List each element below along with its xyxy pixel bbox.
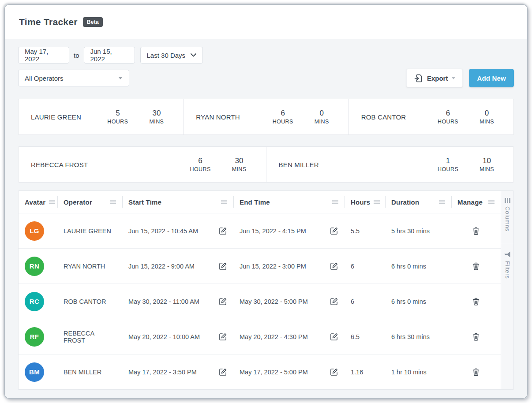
- edit-start-time-button[interactable]: [219, 368, 227, 376]
- end-time-value: May 17, 2022 - 5:00 PM: [240, 369, 308, 376]
- avatar: BM: [25, 362, 44, 382]
- filter-funnel-icon: [504, 251, 510, 257]
- operator-selected-value: All Operators: [25, 75, 64, 82]
- summary-hours: 1HOURS: [438, 157, 458, 172]
- hours-cell: 6.5: [345, 333, 385, 340]
- start-time-value: May 30, 2022 - 11:00 AM: [128, 298, 199, 305]
- end-date-input[interactable]: Jun 15, 2022: [84, 47, 135, 63]
- summary-operator-name: RYAN NORTH: [196, 113, 251, 121]
- summary-card: ROB CANTOR 6HOURS 0MINS: [348, 99, 513, 134]
- column-menu-icon[interactable]: [49, 200, 55, 204]
- export-caret-icon: [452, 77, 455, 79]
- edit-start-time-button[interactable]: [219, 262, 227, 270]
- avatar-cell: RC: [19, 292, 57, 311]
- delete-row-button[interactable]: [472, 227, 480, 235]
- edit-end-time-button[interactable]: [330, 297, 338, 306]
- edit-icon: [330, 297, 338, 306]
- column-header-hours: Hours: [345, 191, 385, 213]
- end-time-value: May 20, 2022 - 4:30 PM: [240, 333, 308, 340]
- edit-end-time-button[interactable]: [330, 332, 338, 341]
- table-row: BM BEN MILLER May 17, 2022 - 3:50 PM May…: [19, 354, 501, 389]
- edit-icon: [330, 332, 338, 341]
- summary-cards-row-1: LAURIE GREEN 5HOURS 30MINS RYAN NORTH 6H…: [18, 99, 514, 135]
- manage-cell: [451, 368, 501, 376]
- edit-start-time-button[interactable]: [219, 332, 227, 341]
- top-bar: Time Tracker Beta: [5, 5, 527, 39]
- summary-mins-value: 30: [232, 157, 247, 165]
- avatar-cell: LG: [19, 221, 57, 241]
- edit-icon: [219, 332, 227, 341]
- avatar-cell: BM: [19, 362, 57, 382]
- summary-hours: 5HOURS: [107, 109, 128, 125]
- delete-row-button[interactable]: [472, 333, 480, 341]
- edit-icon: [330, 262, 338, 270]
- edit-icon: [219, 227, 227, 235]
- summary-operator-name: ROB CANTOR: [361, 113, 416, 121]
- edit-icon: [219, 262, 227, 270]
- trash-icon: [472, 298, 480, 306]
- edit-end-time-button[interactable]: [330, 227, 338, 235]
- edit-end-time-button[interactable]: [330, 262, 338, 270]
- manage-cell: [451, 262, 501, 270]
- start-time-cell: Jun 15, 2022 - 9:00 AM: [122, 262, 233, 270]
- summary-operator-name: LAURIE GREEN: [31, 113, 86, 121]
- delete-row-button[interactable]: [472, 262, 480, 270]
- export-label: Export: [427, 75, 448, 82]
- tab-filters[interactable]: Filters: [501, 244, 513, 287]
- column-menu-icon[interactable]: [110, 200, 116, 204]
- start-time-value: May 17, 2022 - 3:50 PM: [128, 369, 197, 376]
- start-time-cell: May 17, 2022 - 3:50 PM: [122, 368, 233, 376]
- export-button[interactable]: Export: [406, 69, 463, 87]
- start-time-cell: May 30, 2022 - 11:00 AM: [122, 297, 233, 306]
- operator-cell: ROB CANTOR: [57, 298, 122, 305]
- column-header-label: End Time: [240, 198, 270, 206]
- table-header-row: Avatar Operator Start Time End Time: [19, 191, 501, 213]
- column-menu-icon[interactable]: [374, 200, 380, 204]
- column-menu-icon[interactable]: [488, 200, 495, 204]
- trash-icon: [472, 262, 480, 270]
- delete-row-button[interactable]: [472, 368, 480, 376]
- start-time-value: Jun 15, 2022 - 10:45 AM: [128, 228, 198, 235]
- column-header-start-time: Start Time: [122, 191, 233, 213]
- manage-cell: [451, 298, 501, 306]
- chevron-down-icon: [191, 53, 196, 57]
- column-menu-icon[interactable]: [332, 200, 338, 204]
- edit-start-time-button[interactable]: [219, 227, 227, 235]
- time-entries-grid-wrap: Avatar Operator Start Time End Time: [18, 190, 514, 390]
- summary-mins-value: 0: [315, 109, 329, 118]
- column-menu-icon[interactable]: [221, 200, 227, 204]
- start-time-cell: May 20, 2022 - 10:00 AM: [122, 332, 233, 341]
- edit-end-time-button[interactable]: [330, 368, 338, 376]
- summary-cards-row-2: REBECCA FROST 6HOURS 30MINS BEN MILLER 1…: [18, 146, 514, 183]
- summary-operator-name: BEN MILLER: [279, 161, 416, 168]
- export-document-icon: [414, 74, 423, 83]
- operator-filter-row: All Operators Export Add New: [18, 69, 514, 87]
- columns-icon: [505, 198, 510, 203]
- avatar: RC: [25, 292, 44, 311]
- column-header-duration: Duration: [385, 191, 451, 213]
- edit-start-time-button[interactable]: [219, 297, 227, 306]
- hours-cell: 5.5: [345, 228, 385, 235]
- duration-cell: 6 hrs 0 mins: [385, 298, 451, 305]
- column-header-label: Manage: [457, 198, 483, 206]
- to-label: to: [74, 52, 79, 59]
- trash-icon: [472, 227, 480, 235]
- summary-mins: 10MINS: [480, 157, 494, 172]
- delete-row-button[interactable]: [472, 298, 480, 306]
- start-time-value: May 20, 2022 - 10:00 AM: [128, 333, 200, 340]
- summary-card: RYAN NORTH 6HOURS 0MINS: [183, 99, 348, 134]
- summary-hours-label: HOURS: [438, 119, 458, 125]
- tab-columns[interactable]: Columns: [501, 191, 513, 244]
- duration-cell: 6 hrs 30 mins: [385, 333, 451, 340]
- table-row: RC ROB CANTOR May 30, 2022 - 11:00 AM Ma…: [19, 284, 501, 319]
- date-range-select[interactable]: Last 30 Days: [140, 47, 203, 63]
- operator-select[interactable]: All Operators: [18, 70, 129, 86]
- edit-icon: [219, 297, 227, 306]
- add-new-button[interactable]: Add New: [469, 69, 514, 87]
- summary-hours-label: HOURS: [107, 119, 128, 125]
- column-menu-icon[interactable]: [439, 200, 445, 204]
- main-content: May 17, 2022 to Jun 15, 2022 Last 30 Day…: [5, 39, 527, 398]
- end-time-cell: May 30, 2022 - 5:00 PM: [233, 297, 345, 306]
- start-date-input[interactable]: May 17, 2022: [18, 47, 69, 63]
- manage-cell: [451, 227, 501, 235]
